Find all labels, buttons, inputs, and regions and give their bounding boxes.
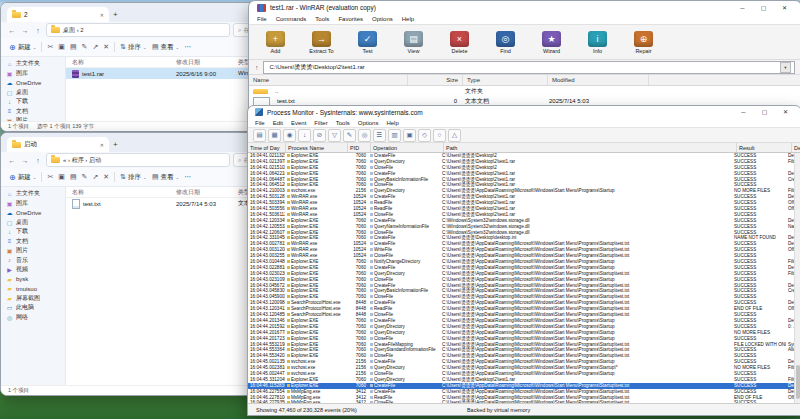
- menu-item[interactable]: Filter: [314, 120, 327, 126]
- close-button[interactable]: ✕: [777, 105, 794, 119]
- clear-icon[interactable]: ⊘: [313, 129, 326, 142]
- menu-item[interactable]: Help: [402, 16, 414, 22]
- sidebar-item[interactable]: ◎ 网络: [1, 313, 65, 323]
- tab-close-icon[interactable]: ✕: [100, 12, 104, 18]
- sidebar-item[interactable]: ⌂ 主文件夹: [1, 59, 65, 69]
- dropdown-icon[interactable]: ▾: [780, 62, 791, 73]
- sort-button[interactable]: ⇅ 排序 ⌄: [120, 173, 147, 182]
- sidebar-item[interactable]: ▭ 此电脑: [1, 303, 65, 313]
- show-process-icon[interactable]: ○: [433, 129, 446, 142]
- sidebar-item[interactable]: ▣ 图库: [1, 199, 65, 209]
- sidebar-item[interactable]: ☁ OneDrive: [1, 208, 65, 218]
- new-tab-button[interactable]: +: [113, 138, 118, 152]
- new-button[interactable]: ⊕ 新建 ⌄: [9, 43, 36, 52]
- procmon-event-row[interactable]: 16:04:46.2279350 MsMpEng.exe 3412 CloseF…: [248, 400, 800, 403]
- sidebar-item[interactable]: ▰ bysk: [1, 275, 65, 285]
- toolbar-icon[interactable]: ▣: [58, 173, 65, 181]
- maximize-button[interactable]: ▢: [756, 105, 773, 119]
- toolbar-icon[interactable]: ↗: [92, 173, 98, 181]
- sidebar-item[interactable]: ≡ 文档: [1, 237, 65, 247]
- menu-item[interactable]: Favorites: [338, 16, 363, 22]
- capture-icon[interactable]: ◉: [283, 129, 296, 142]
- filter-icon[interactable]: ▽: [328, 129, 341, 142]
- sidebar-item[interactable]: ↓ 下载: [1, 97, 65, 107]
- vertical-scrollbar[interactable]: [794, 153, 800, 403]
- up-directory-icon[interactable]: ↑: [255, 64, 259, 71]
- sidebar-item[interactable]: ▣ 图片: [1, 246, 65, 256]
- show-profiling-icon[interactable]: △: [448, 129, 461, 142]
- explorer-tab[interactable]: 2 ✕: [7, 7, 109, 22]
- menu-item[interactable]: File: [257, 16, 267, 22]
- view-button[interactable]: ▤ 查看 ⌄: [152, 43, 179, 52]
- toolbar-icon[interactable]: ✕: [103, 43, 109, 51]
- toolbar-icon[interactable]: ✎: [82, 43, 88, 51]
- toolbar-button[interactable]: ⊕ Repair: [621, 27, 666, 58]
- show-filesystem-icon[interactable]: ▣: [403, 129, 416, 142]
- column-headers[interactable]: Time of Day Process Name PID Operation P…: [248, 143, 800, 153]
- show-network-icon[interactable]: ◇: [418, 129, 431, 142]
- menu-item[interactable]: Edit: [273, 120, 283, 126]
- column-headers[interactable]: Name Size Type Modified: [249, 75, 800, 86]
- new-button[interactable]: ⊕ 新建 ⌄: [9, 173, 36, 182]
- menu-item[interactable]: Help: [386, 120, 398, 126]
- open-icon[interactable]: ▤: [253, 129, 266, 142]
- forward-icon[interactable]: →: [20, 27, 30, 34]
- show-registry-icon[interactable]: ▥: [388, 129, 401, 142]
- minimize-button[interactable]: ─: [734, 1, 751, 15]
- toolbar-icon[interactable]: ✎: [82, 173, 88, 181]
- highlight-icon[interactable]: ✎: [343, 129, 356, 142]
- toolbar-icon[interactable]: ✂: [47, 43, 53, 51]
- sidebar-item[interactable]: ↓ 下载: [1, 227, 65, 237]
- up-icon[interactable]: ↑: [33, 27, 43, 34]
- sidebar-item[interactable]: ▢ 桌面: [1, 218, 65, 228]
- event-list[interactable]: 16:04:41.0211325 Explorer.EXE 7060 Creat…: [248, 153, 800, 403]
- process-tree-icon[interactable]: ☰: [373, 129, 386, 142]
- menu-item[interactable]: Event: [291, 120, 306, 126]
- sidebar-item[interactable]: ▶ 视频: [1, 265, 65, 275]
- new-tab-button[interactable]: +: [113, 8, 118, 22]
- toolbar-icon[interactable]: ↗: [92, 43, 98, 51]
- sort-button[interactable]: ⇅ 排序 ⌄: [120, 43, 147, 52]
- view-button[interactable]: ▤ 查看 ⌄: [152, 173, 179, 182]
- archive-row[interactable]: .. 文件夹: [249, 86, 800, 96]
- back-icon[interactable]: ←: [7, 27, 17, 34]
- autoscroll-icon[interactable]: ↓: [298, 129, 311, 142]
- sidebar-item[interactable]: ▰ tmuisuo: [1, 284, 65, 294]
- procmon-window[interactable]: Process Monitor - Sysinternals: www.sysi…: [247, 105, 800, 416]
- sidebar-item[interactable]: ♪ 音乐: [1, 256, 65, 266]
- menu-item[interactable]: Tools: [336, 120, 350, 126]
- sidebar-item[interactable]: ≡ 文档: [1, 107, 65, 117]
- sidebar-item[interactable]: ☁ OneDrive: [1, 78, 65, 88]
- toolbar-icon[interactable]: ▤: [70, 173, 77, 181]
- sidebar-item[interactable]: ▰ 屏幕截图: [1, 294, 65, 304]
- toolbar-icon[interactable]: ▤: [70, 43, 77, 51]
- more-options-button[interactable]: ⋯: [184, 173, 191, 181]
- breadcrumb[interactable]: 桌面 › 2: [46, 23, 230, 37]
- toolbar-button[interactable]: ★ Wizard: [529, 27, 574, 58]
- explorer-tab[interactable]: 启动 ✕: [7, 137, 109, 152]
- menu-item[interactable]: Tools: [315, 16, 329, 22]
- toolbar-icon[interactable]: ✕: [103, 173, 109, 181]
- menu-item[interactable]: Options: [358, 120, 379, 126]
- menu-item[interactable]: Commands: [276, 16, 307, 22]
- close-button[interactable]: ✕: [776, 1, 793, 15]
- sidebar-item[interactable]: ▣ 图库: [1, 69, 65, 79]
- minimize-button[interactable]: ─: [735, 105, 752, 119]
- toolbar-button[interactable]: ▤ View: [391, 27, 436, 58]
- maximize-button[interactable]: ▢: [755, 1, 772, 15]
- menu-item[interactable]: File: [255, 120, 265, 126]
- toolbar-button[interactable]: + Add: [253, 27, 298, 58]
- breadcrumb[interactable]: « › 程序 › 启动: [46, 153, 230, 167]
- toolbar-button[interactable]: i Info: [575, 27, 620, 58]
- toolbar-icon[interactable]: ✂: [47, 173, 53, 181]
- more-options-button[interactable]: ⋯: [184, 43, 191, 51]
- sidebar-item[interactable]: ⌂ 主文件夹: [1, 189, 65, 199]
- forward-icon[interactable]: →: [20, 157, 30, 164]
- toolbar-button[interactable]: × Delete: [437, 27, 482, 58]
- tab-close-icon[interactable]: ✕: [100, 142, 104, 148]
- scrollbar-thumb[interactable]: [796, 365, 800, 399]
- toolbar-button[interactable]: ✓ Test: [345, 27, 390, 58]
- archive-path-combo[interactable]: C:\Users\烫烫烫\Desktop\2\test1.rar ▾: [263, 61, 796, 74]
- toolbar-button[interactable]: ◎ Find: [483, 27, 528, 58]
- winrar-window[interactable]: test1.rar - WinRAR (evaluation copy) ─ ▢…: [248, 0, 800, 114]
